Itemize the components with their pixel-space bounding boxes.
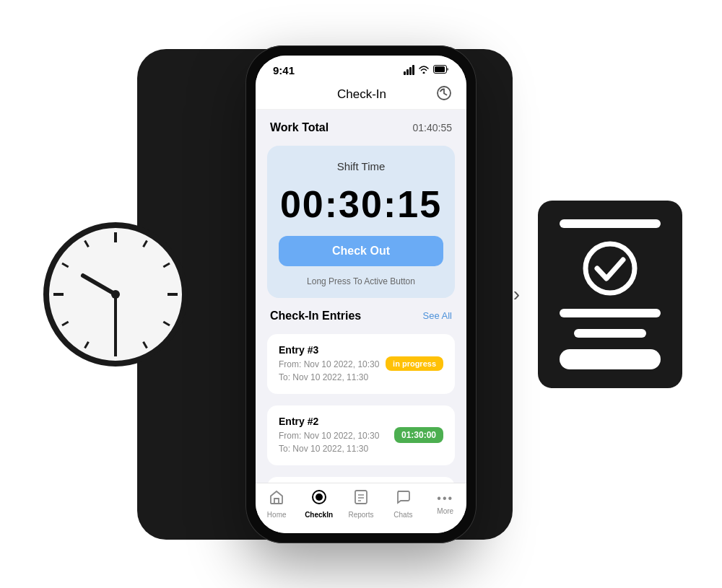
- chevron-right-icon[interactable]: ›: [513, 283, 520, 306]
- clock-decor: [43, 222, 188, 367]
- wifi-icon: [418, 65, 430, 76]
- tab-home[interactable]: Home: [258, 489, 295, 519]
- checkout-button[interactable]: Check Out: [279, 236, 443, 266]
- chats-icon: [395, 489, 411, 509]
- work-total-row: Work Total 01:40:55: [267, 121, 455, 134]
- tab-chats[interactable]: Chats: [385, 489, 421, 519]
- entries-header: Check-In Entries See All: [267, 310, 455, 322]
- entry-name-3: Entry #3: [279, 344, 379, 356]
- entry-date-to-2: To: Nov 10 2022, 11:30: [279, 442, 379, 455]
- signal-icon: [404, 65, 414, 75]
- tab-reports[interactable]: Reports: [343, 489, 379, 519]
- report-line-1: [560, 219, 661, 228]
- shift-label: Shift Time: [337, 160, 386, 172]
- status-time: 9:41: [273, 64, 295, 76]
- entries-title: Check-In Entries: [270, 310, 361, 322]
- status-icons: [404, 65, 449, 76]
- entry-date-from-3: From: Nov 10 2022, 10:30: [279, 358, 379, 371]
- status-bar: 9:41: [256, 56, 466, 79]
- entry-date-to-3: To: Nov 10 2022, 11:30: [279, 371, 379, 384]
- tab-checkin-label: CheckIn: [305, 511, 333, 519]
- tab-home-label: Home: [267, 511, 287, 519]
- shift-timer: 00:30:15: [280, 183, 442, 226]
- tab-checkin[interactable]: CheckIn: [301, 489, 337, 519]
- shift-card: Shift Time 00:30:15 Check Out Long Press…: [267, 146, 455, 298]
- work-total-time: 01:40:55: [413, 122, 453, 133]
- tab-more[interactable]: ••• More: [427, 492, 464, 515]
- tab-chats-label: Chats: [393, 511, 412, 519]
- report-line-2: [560, 309, 661, 317]
- svg-point-0: [586, 244, 635, 293]
- badge-in-progress-3: in progress: [386, 356, 443, 371]
- report-bar: [560, 349, 661, 369]
- report-line-3: [574, 329, 646, 338]
- more-icon: •••: [437, 492, 453, 505]
- work-total-label: Work Total: [270, 121, 329, 134]
- tab-more-label: More: [437, 507, 453, 515]
- checkin-icon: [311, 489, 327, 509]
- entry-name-2: Entry #2: [279, 416, 379, 427]
- badge-time-2: 01:30:00: [394, 427, 443, 443]
- entry-card-3: Entry #3 From: Nov 10 2022, 10:30 To: No…: [267, 334, 455, 394]
- entry-date-from-2: From: Nov 10 2022, 10:30: [279, 429, 379, 442]
- entry-info-3: Entry #3 From: Nov 10 2022, 10:30 To: No…: [279, 344, 379, 384]
- svg-point-5: [316, 493, 323, 501]
- reports-icon: [353, 489, 369, 509]
- tab-reports-label: Reports: [348, 511, 373, 519]
- see-all-link[interactable]: See All: [423, 310, 452, 321]
- report-card-decor: [538, 201, 682, 388]
- home-icon: [269, 489, 284, 509]
- history-icon[interactable]: [436, 85, 452, 105]
- phone-content: Work Total 01:40:55 Shift Time 00:30:15 …: [256, 110, 466, 483]
- phone-screen: 9:41: [256, 56, 466, 533]
- phone-frame: 9:41: [245, 45, 477, 543]
- entry-info-2: Entry #2 From: Nov 10 2022, 10:30 To: No…: [279, 416, 379, 455]
- nav-title: Check-In: [337, 87, 386, 102]
- battery-icon: [433, 65, 449, 76]
- checkout-hint: Long Press To Active Button: [307, 276, 415, 286]
- entry-card-2: Entry #2 From: Nov 10 2022, 10:30 To: No…: [267, 405, 455, 465]
- svg-rect-2: [435, 66, 445, 72]
- tab-bar: Home CheckIn: [256, 483, 466, 533]
- nav-bar: Check-In: [256, 79, 466, 110]
- entry-card-1: Entry #1 From: Nov 10 2022, 10:30 To: No…: [267, 477, 455, 483]
- svg-rect-6: [355, 491, 367, 504]
